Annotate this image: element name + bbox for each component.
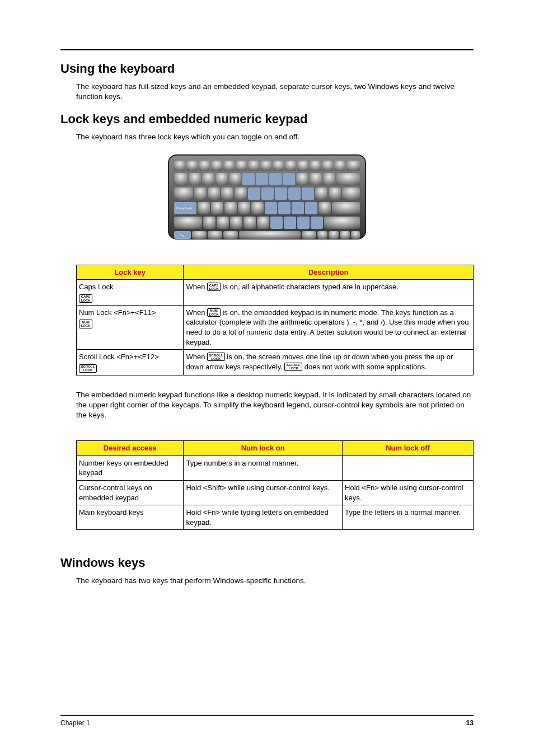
table-row: Caps Lock CAPSLOCK When CAPSLOCK is on, …	[77, 280, 474, 306]
keyboard-illustration: Caps Lock	[60, 153, 474, 245]
svg-rect-38	[302, 187, 314, 200]
scroll-lock-keycap-icon: SCROLLLOCK	[207, 353, 225, 361]
svg-text:Caps Lock: Caps Lock	[176, 206, 193, 210]
table-header: Lock key	[77, 265, 184, 280]
cell-text: is on, the embedded keypad is in numeric…	[186, 308, 469, 346]
table-header: Num lock on	[184, 441, 343, 456]
cell-text: Cursor-control keys on embedded keypad	[77, 481, 184, 505]
svg-rect-48	[251, 202, 264, 214]
scroll-lock-keycap-icon: SCROLLLOCK	[284, 363, 302, 371]
svg-rect-54	[332, 202, 360, 214]
svg-rect-18	[202, 173, 214, 185]
svg-rect-49	[265, 202, 277, 214]
cell-text: Hold <Shift> while using cursor-control …	[184, 481, 343, 505]
svg-rect-13	[322, 161, 333, 171]
svg-rect-4	[211, 161, 222, 171]
lock-keys-table: Lock key Description Caps Lock CAPSLOCK …	[76, 265, 474, 375]
svg-rect-26	[310, 173, 322, 185]
table-row: Num Lock <Fn>+<F11> NUMLOCK When NUMLOCK…	[77, 305, 474, 349]
svg-rect-73	[317, 231, 327, 239]
svg-rect-1	[174, 161, 185, 171]
keyboard-icon: Caps Lock	[166, 153, 368, 242]
svg-rect-29	[174, 187, 193, 200]
svg-rect-45	[211, 202, 223, 214]
cell-text: Hold <Fn> while typing letters on embedd…	[184, 505, 343, 530]
cell-text	[343, 456, 474, 480]
svg-rect-32	[221, 187, 233, 200]
svg-rect-64	[311, 217, 323, 229]
svg-rect-3	[199, 161, 210, 171]
num-lock-table: Desired access Num lock on Num lock off …	[76, 440, 474, 530]
svg-rect-51	[292, 202, 304, 214]
svg-rect-27	[323, 173, 335, 185]
cell-text: When	[186, 308, 207, 317]
svg-rect-12	[310, 161, 321, 171]
table-row: Cursor-control keys on embedded keypad H…	[77, 481, 474, 505]
svg-rect-5	[223, 161, 235, 171]
svg-rect-60	[257, 217, 269, 229]
table-header: Num lock off	[343, 441, 474, 456]
scroll-lock-keycap-icon: SCROLLLOCK	[79, 364, 97, 373]
svg-rect-46	[224, 202, 237, 214]
svg-rect-65	[324, 217, 360, 229]
num-lock-keycap-icon: NUMLOCK	[79, 320, 92, 328]
svg-rect-11	[297, 161, 308, 171]
svg-rect-33	[235, 187, 247, 200]
num-lock-keycap-icon: NUMLOCK	[207, 308, 221, 317]
cell-text: does not work with some applications.	[302, 363, 427, 371]
svg-rect-7	[248, 161, 259, 171]
top-rule	[60, 49, 474, 50]
svg-rect-52	[305, 202, 317, 214]
svg-rect-20	[229, 173, 241, 185]
paragraph: The keyboard has full-sized keys and an …	[60, 82, 474, 102]
svg-rect-71	[239, 231, 301, 239]
table-row: Scroll Lock <Fn>+<F12> SCROLLLOCK When S…	[77, 350, 474, 375]
svg-rect-70	[223, 231, 238, 239]
paragraph: The keyboard has two keys that perform W…	[60, 576, 474, 586]
svg-rect-23	[269, 173, 282, 185]
svg-rect-2	[186, 161, 198, 171]
heading-using-the-keyboard: Using the keyboard	[60, 62, 474, 76]
svg-rect-41	[342, 187, 360, 200]
cell-text: Num Lock <Fn>+<F11>	[79, 308, 156, 317]
svg-text:Fn: Fn	[180, 234, 184, 237]
table-row: Main keyboard keys Hold <Fn> while typin…	[77, 505, 474, 530]
cell-text: Type the letters in a normal manner.	[343, 505, 474, 530]
cell-text: Hold <Fn> while using cursor-control key…	[343, 481, 474, 505]
cell-text: Number keys on embedded keypad	[77, 456, 184, 480]
svg-rect-16	[174, 173, 188, 185]
svg-rect-22	[256, 173, 268, 185]
cell-text: When	[186, 353, 207, 361]
svg-rect-24	[283, 173, 295, 185]
svg-rect-31	[208, 187, 220, 200]
cell-text: When	[186, 283, 207, 291]
svg-rect-69	[208, 231, 222, 239]
svg-rect-62	[284, 217, 296, 229]
svg-rect-76	[351, 231, 360, 239]
svg-rect-19	[216, 173, 228, 185]
table-row: Number keys on embedded keypad Type numb…	[77, 456, 474, 480]
svg-rect-15	[346, 161, 360, 171]
paragraph: The keyboard has three lock keys which y…	[60, 132, 474, 142]
footer-page-number: 13	[466, 719, 474, 727]
svg-rect-56	[203, 217, 216, 229]
svg-rect-40	[329, 187, 341, 200]
heading-lock-keys: Lock keys and embedded numeric keypad	[60, 112, 474, 126]
svg-rect-75	[340, 231, 350, 239]
footer-chapter: Chapter 1	[60, 719, 90, 727]
cell-text: Caps Lock	[79, 283, 113, 291]
svg-rect-55	[174, 217, 202, 229]
svg-rect-59	[243, 217, 256, 229]
cell-text: Type numbers in a normal manner.	[184, 456, 343, 480]
svg-rect-44	[198, 202, 210, 214]
heading-windows-keys: Windows keys	[60, 556, 474, 570]
caps-lock-keycap-icon: CAPSLOCK	[79, 294, 92, 303]
svg-rect-47	[238, 202, 250, 214]
svg-rect-36	[275, 187, 287, 200]
svg-rect-68	[192, 231, 207, 239]
svg-rect-35	[261, 187, 274, 200]
svg-rect-39	[315, 187, 327, 200]
svg-rect-57	[217, 217, 229, 229]
cell-text: Main keyboard keys	[77, 505, 184, 530]
svg-rect-25	[296, 173, 308, 185]
